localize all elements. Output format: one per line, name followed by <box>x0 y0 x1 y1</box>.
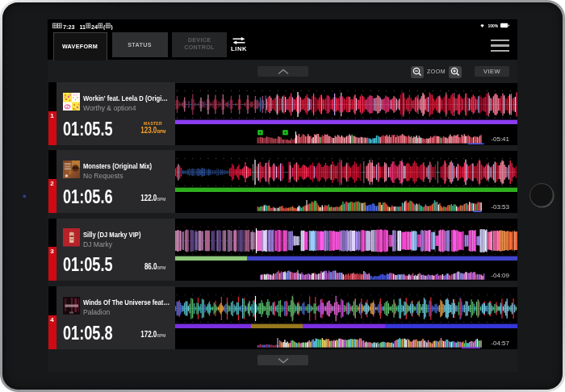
svg-text:-03:53: -03:53 <box>491 204 509 211</box>
svg-text:): ) <box>111 23 113 30</box>
svg-text:-05:41: -05:41 <box>491 136 509 143</box>
svg-text:24: 24 <box>91 23 98 30</box>
svg-text:-04:09: -04:09 <box>491 272 509 279</box>
svg-text:11: 11 <box>80 23 86 30</box>
svg-text:-04:57: -04:57 <box>491 340 509 347</box>
svg-text:2: 2 <box>69 169 71 174</box>
svg-text:(: ( <box>103 23 106 30</box>
svg-text:7:23: 7:23 <box>63 23 74 30</box>
